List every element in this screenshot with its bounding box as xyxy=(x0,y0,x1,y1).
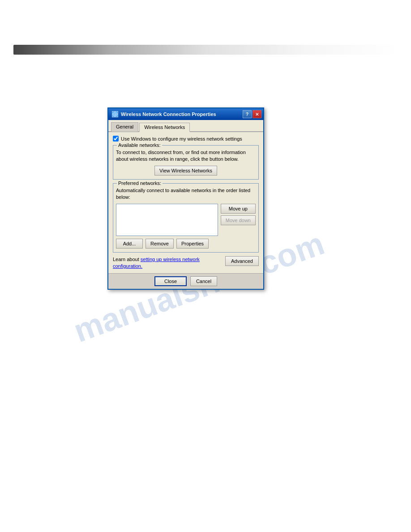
dialog-window: ↓ Wireless Network Connection Properties… xyxy=(107,107,264,290)
tab-wireless-networks[interactable]: Wireless Networks xyxy=(139,123,190,132)
available-networks-group: Available networks: To connect to, disco… xyxy=(113,145,259,180)
tab-general[interactable]: General xyxy=(111,122,138,132)
dialog-body: Use Windows to configure my wireless net… xyxy=(108,132,263,273)
tab-strip: General Wireless Networks xyxy=(108,120,263,132)
advanced-button[interactable]: Advanced xyxy=(225,256,259,266)
move-down-button[interactable]: Move down xyxy=(221,215,256,225)
configure-checkbox[interactable] xyxy=(113,136,119,142)
cancel-button[interactable]: Cancel xyxy=(190,276,217,286)
side-buttons: Move up Move down xyxy=(221,204,256,236)
preferred-section: Move up Move down xyxy=(116,204,256,236)
view-wireless-networks-button[interactable]: View Wireless Networks xyxy=(154,166,217,176)
top-bar xyxy=(13,45,398,55)
svg-text:↓: ↓ xyxy=(114,112,116,116)
properties-button[interactable]: Properties xyxy=(176,239,209,249)
available-networks-legend: Available networks: xyxy=(117,142,162,148)
preferred-networks-content: Automatically connect to available netwo… xyxy=(116,187,256,249)
network-list[interactable] xyxy=(116,204,218,236)
dialog-icon: ↓ xyxy=(112,111,118,117)
available-networks-description: To connect to, disconnect from, or find … xyxy=(116,149,256,163)
dialog-footer: Close Cancel xyxy=(108,273,263,289)
learn-row: Learn about setting up wireless network … xyxy=(113,256,259,270)
configure-checkbox-row: Use Windows to configure my wireless net… xyxy=(113,136,259,142)
title-bar-left: ↓ Wireless Network Connection Properties xyxy=(112,111,216,117)
remove-button[interactable]: Remove xyxy=(146,239,174,249)
help-button[interactable]: ? xyxy=(243,110,252,118)
preferred-networks-legend: Preferred networks: xyxy=(117,180,163,186)
configure-checkbox-label: Use Windows to configure my wireless net… xyxy=(121,136,242,142)
available-networks-content: To connect to, disconnect from, or find … xyxy=(116,149,256,176)
bottom-btn-row: Add... Remove Properties xyxy=(116,239,256,249)
title-bar-buttons: ? ✕ xyxy=(243,110,261,118)
learn-text-container: Learn about setting up wireless network … xyxy=(113,256,225,270)
preferred-networks-description: Automatically connect to available netwo… xyxy=(116,187,256,201)
add-button[interactable]: Add... xyxy=(116,239,143,249)
dialog-title: Wireless Network Connection Properties xyxy=(121,112,216,117)
preferred-networks-group: Preferred networks: Automatically connec… xyxy=(113,183,259,253)
move-up-button[interactable]: Move up xyxy=(221,204,256,214)
learn-about-text: Learn about xyxy=(113,257,141,262)
title-bar: ↓ Wireless Network Connection Properties… xyxy=(108,108,263,120)
close-button[interactable]: Close xyxy=(154,276,187,286)
close-x-button[interactable]: ✕ xyxy=(253,110,261,118)
